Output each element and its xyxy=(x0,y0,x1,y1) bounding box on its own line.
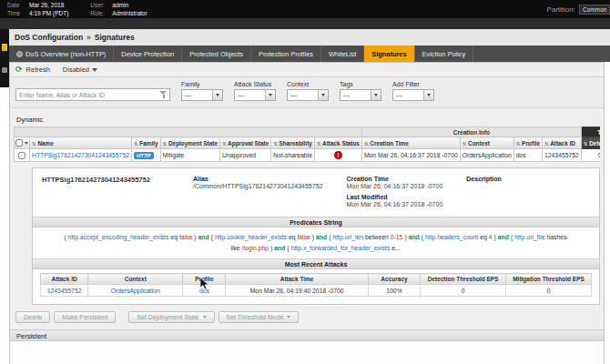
signature-name-link[interactable]: HTTPSig176214273041243455752 xyxy=(32,152,129,158)
alias-value: /Common/HTTPSig176214273041243455752 xyxy=(193,183,322,189)
attack-id-cell: 1243455752 xyxy=(41,285,88,297)
attack-column-context[interactable]: Context xyxy=(88,274,183,285)
system-topbar: DateMar 26, 2018 Time4:19 PM (PDT) User:… xyxy=(0,0,610,18)
column-header-profile[interactable]: ⇅ Profile xyxy=(513,137,542,149)
refresh-interval-value: Disabled xyxy=(63,66,89,74)
tab-dos-overview-non-http[interactable]: DoS Overview (non-HTTP) xyxy=(9,46,114,62)
predicate-token: 0-15 xyxy=(391,234,403,240)
sort-icon: ⇅ xyxy=(134,141,138,147)
set-threshold-mode-button[interactable]: Set Threshold Mode xyxy=(219,311,300,323)
last-modified-value: Mon Mar 26, 04:16:37 2018 -0700 xyxy=(346,201,442,207)
filter-select-attack-status[interactable]: --- xyxy=(234,89,276,101)
attack-profile-link[interactable]: dos xyxy=(199,288,209,294)
tab-bar: DoS Overview (non-HTTP)Device Protection… xyxy=(0,46,610,62)
signature-name-cell: HTTPSig176214273041243455752 xyxy=(30,149,132,162)
column-header-attack-status[interactable]: ⇅ Attack Status xyxy=(314,137,361,149)
filter-funnel-icon[interactable] xyxy=(159,91,168,99)
filter-select-context[interactable]: --- xyxy=(287,89,329,101)
column-header-context[interactable]: ⇅ Context xyxy=(460,137,513,149)
attack-status-cell: ! xyxy=(314,149,361,162)
predicate-token: false xyxy=(297,234,310,240)
detail-title: HTTPSig176214273041243455752 xyxy=(42,176,169,207)
column-header-deployment-state[interactable]: ⇅ Deployment State xyxy=(160,137,219,149)
date-label: Date xyxy=(7,2,25,9)
filter-dropdowns: Family---Attack Status---Context---Tags-… xyxy=(181,81,434,101)
tab-label: DoS Overview (non-HTTP) xyxy=(25,50,106,58)
creation-info-group-header: Creation Info xyxy=(361,127,581,137)
filter-group-family: Family--- xyxy=(181,81,223,101)
predicate-token: ( xyxy=(211,234,213,240)
select-all-checkbox[interactable] xyxy=(15,139,23,147)
partition-block: Partition: Common xyxy=(546,5,610,15)
attack-row[interactable]: 1243455752 OrdersApplication dos Mon Mar… xyxy=(41,285,592,297)
column-header-shareability[interactable]: ⇅ Shareability xyxy=(271,137,315,149)
filter-bar: Family---Attack Status---Context---Tags-… xyxy=(10,77,604,108)
attack-column-accuracy[interactable]: Accuracy xyxy=(368,274,420,285)
make-persistent-button[interactable]: Make Persistent xyxy=(54,311,116,323)
predicate-token: ( xyxy=(287,245,289,251)
refresh-interval-select[interactable]: Disabled xyxy=(63,66,97,74)
column-header-family[interactable]: ⇅ Family xyxy=(131,137,160,149)
attack-column-detection-threshold-eps[interactable]: Detection Threshold EPS xyxy=(421,274,506,285)
attack-column-profile[interactable]: Profile xyxy=(183,274,226,285)
tab-protection-profiles[interactable]: Protection Profiles xyxy=(251,46,321,62)
tab-eviction-policy[interactable]: Eviction Policy xyxy=(415,46,474,62)
filter-select-tags[interactable]: --- xyxy=(340,89,381,101)
tab-label: Protected Objects xyxy=(189,50,243,58)
column-header-detection[interactable]: ⇅ Detection xyxy=(581,137,600,149)
time-value: 4:19 PM (PDT) xyxy=(29,10,68,17)
window-chrome-bar xyxy=(0,18,610,29)
predicate-token: ( xyxy=(422,234,423,240)
column-header-attack-id[interactable]: ⇅ Attack ID xyxy=(543,137,582,149)
attack-column-attack-time[interactable]: Attack Time xyxy=(226,274,368,285)
filter-group-tags: Tags--- xyxy=(340,81,381,101)
predicate-token: 4 xyxy=(489,234,493,240)
time-label: Time xyxy=(7,10,25,17)
predicate-token: ( xyxy=(64,234,66,240)
signature-row[interactable]: HTTPSig176214273041243455752 HTTP Mitiga… xyxy=(15,149,601,162)
chevron-down-icon xyxy=(318,90,328,100)
tab-whitelist[interactable]: WhiteList xyxy=(321,46,364,62)
refresh-icon: ⟳ xyxy=(15,66,23,74)
filter-select-add-filter[interactable]: --- xyxy=(392,89,434,101)
partition-select[interactable]: Common xyxy=(579,5,610,15)
predicate-token: http.headers_count xyxy=(425,234,478,240)
sort-icon: ⇅ xyxy=(544,141,549,147)
chevron-down-icon xyxy=(287,316,290,318)
collapsed-sidebar[interactable] xyxy=(0,29,9,87)
tab-protected-objects[interactable]: Protected Objects xyxy=(182,46,251,62)
chevron-down-icon xyxy=(25,142,28,145)
select-all-cell[interactable] xyxy=(15,137,30,149)
search-input[interactable] xyxy=(16,92,159,98)
attack-column-mitigation-threshold-eps[interactable]: Mitigation Threshold EPS xyxy=(506,274,592,285)
delete-button[interactable]: Delete xyxy=(15,311,50,323)
filter-select-value: --- xyxy=(185,92,191,98)
predicate-token: ( xyxy=(511,234,513,240)
filter-select-value: --- xyxy=(238,92,244,98)
filter-select-family[interactable]: --- xyxy=(181,89,223,101)
tab-device-protection[interactable]: Device Protection xyxy=(114,46,182,62)
persistent-section-header[interactable]: Persistent xyxy=(10,329,604,341)
attack-context-cell: OrdersApplication xyxy=(88,285,183,297)
set-deployment-state-button[interactable]: Set Deployment State xyxy=(128,311,214,323)
column-header-name[interactable]: ⇅ Name xyxy=(30,137,132,149)
predicate-token: ) xyxy=(494,234,496,240)
predicate-token: http.x_forwarded_for_header_exists xyxy=(291,245,390,251)
group-header-row: Creation Info Threshold EPS xyxy=(15,127,601,137)
search-box[interactable] xyxy=(15,88,170,101)
predicate-token: http.uri_len xyxy=(332,234,363,240)
predicate-token: ) xyxy=(194,234,196,240)
predicate-token: http.uri_file xyxy=(514,234,544,240)
attack-column-attack-id[interactable]: Attack ID xyxy=(41,274,88,285)
attack-context-link[interactable]: OrdersApplication xyxy=(111,288,160,294)
filter-label: Attack Status xyxy=(234,81,276,87)
refresh-button[interactable]: Refresh xyxy=(26,66,50,74)
column-header-creation-time[interactable]: ⇅ Creation Time xyxy=(361,137,460,149)
attack-id-link[interactable]: 1243455752 xyxy=(47,288,82,294)
chevron-down-icon xyxy=(92,68,97,72)
user-label: User: xyxy=(90,2,108,9)
tab-signatures[interactable]: Signatures xyxy=(364,46,414,62)
row-checkbox-cell xyxy=(15,149,30,162)
column-header-approval-state[interactable]: ⇅ Approval State xyxy=(219,137,270,149)
row-checkbox[interactable] xyxy=(18,152,25,159)
